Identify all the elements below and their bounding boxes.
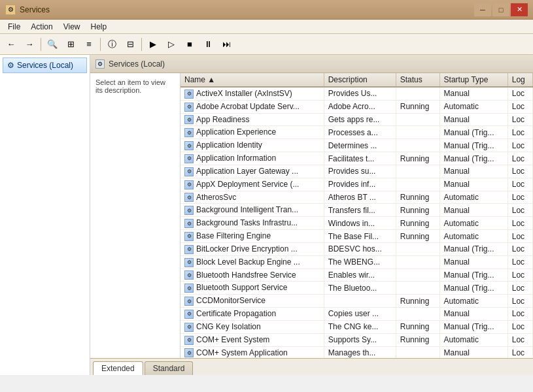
service-name-cell: ⚙Background Tasks Infrastru... bbox=[181, 217, 324, 230]
col-status[interactable]: Status bbox=[396, 73, 439, 87]
service-name-text: COM+ Event System bbox=[196, 335, 269, 344]
service-icon: ⚙ bbox=[184, 297, 194, 306]
table-row[interactable]: ⚙Certificate PropagationCopies user ...M… bbox=[181, 308, 533, 321]
service-description-cell: Adobe Acro... bbox=[324, 100, 396, 113]
service-logon-cell: Loc bbox=[507, 242, 532, 255]
table-row[interactable]: ⚙AtherosSvcAtheros BT ...RunningAutomati… bbox=[181, 191, 533, 204]
col-startup[interactable]: Startup Type bbox=[439, 73, 507, 87]
service-description-cell: BDESVC hos... bbox=[324, 242, 396, 255]
table-row[interactable]: ⚙Application ExperienceProcesses a...Man… bbox=[181, 126, 533, 139]
service-status-cell bbox=[396, 165, 439, 178]
service-status-cell: Running bbox=[396, 100, 439, 113]
services-table: Name ▲ Description Status Startup Type L… bbox=[181, 73, 533, 358]
back-button[interactable]: ← bbox=[3, 37, 20, 52]
close-button[interactable]: ✕ bbox=[511, 3, 528, 16]
service-icon: ⚙ bbox=[184, 103, 194, 112]
service-name-text: AppX Deployment Service (... bbox=[196, 180, 299, 189]
description-text: Select an item to view its description. bbox=[95, 78, 165, 94]
service-icon: ⚙ bbox=[184, 193, 194, 202]
service-startup-cell: Manual (Trig... bbox=[439, 269, 507, 282]
service-name-text: Bluetooth Handsfree Service bbox=[196, 270, 296, 280]
start-service-button[interactable]: ▶ bbox=[145, 37, 162, 52]
service-logon-cell: Loc bbox=[507, 308, 532, 321]
sidebar-item-services-local[interactable]: ⚙ Services (Local) bbox=[3, 57, 87, 73]
forward-button[interactable]: → bbox=[21, 37, 38, 52]
service-name-text: Application Information bbox=[196, 154, 276, 163]
service-description-cell: Provides inf... bbox=[324, 178, 396, 191]
service-description-cell: Enables wir... bbox=[324, 269, 396, 282]
service-name-text: App Readiness bbox=[196, 115, 249, 124]
grid-button[interactable]: ⊞ bbox=[62, 37, 79, 52]
resume-button[interactable]: ⏭ bbox=[218, 37, 235, 52]
table-row[interactable]: ⚙Block Level Backup Engine ...The WBENG.… bbox=[181, 255, 533, 269]
service-logon-cell: Loc bbox=[507, 320, 532, 333]
service-icon: ⚙ bbox=[184, 258, 194, 267]
service-status-cell bbox=[396, 87, 439, 100]
service-description-cell bbox=[324, 295, 396, 308]
maximize-button[interactable]: □ bbox=[492, 3, 509, 16]
service-logon-cell: Loc bbox=[507, 178, 532, 191]
pause-button[interactable]: ⏸ bbox=[199, 37, 216, 52]
service-icon: ⚙ bbox=[184, 167, 194, 176]
menu-help[interactable]: Help bbox=[86, 21, 112, 33]
tab-extended[interactable]: Extended bbox=[93, 361, 143, 375]
col-description[interactable]: Description bbox=[324, 73, 396, 87]
menu-bar: File Action View Help bbox=[0, 20, 533, 34]
panel-body: Select an item to view its description. … bbox=[90, 73, 533, 358]
info-button[interactable]: ⓘ bbox=[103, 37, 120, 52]
menu-action[interactable]: Action bbox=[26, 21, 58, 33]
service-description-cell: Manages th... bbox=[324, 346, 396, 358]
service-startup-cell: Manual bbox=[439, 87, 507, 100]
table-row[interactable]: ⚙Application Layer Gateway ...Provides s… bbox=[181, 165, 533, 178]
table-row[interactable]: ⚙Background Tasks Infrastru...Windows in… bbox=[181, 217, 533, 230]
search-button[interactable]: 🔍 bbox=[44, 37, 61, 52]
table-row[interactable]: ⚙CNG Key IsolationThe CNG ke...RunningMa… bbox=[181, 320, 533, 333]
service-startup-cell: Manual bbox=[439, 204, 507, 217]
service-startup-cell: Automatic bbox=[439, 100, 507, 113]
services-local-icon: ⚙ bbox=[7, 61, 14, 70]
service-icon: ⚙ bbox=[184, 336, 194, 345]
table-row[interactable]: ⚙ActiveX Installer (AxInstSV)Provides Us… bbox=[181, 87, 533, 100]
services-table-container[interactable]: Name ▲ Description Status Startup Type L… bbox=[181, 73, 533, 358]
tab-standard[interactable]: Standard bbox=[145, 361, 194, 375]
table-row[interactable]: ⚙AppX Deployment Service (...Provides in… bbox=[181, 178, 533, 191]
service-name-cell: ⚙AtherosSvc bbox=[181, 191, 324, 204]
service-logon-cell: Loc bbox=[507, 152, 532, 165]
table-row[interactable]: ⚙Bluetooth Handsfree ServiceEnables wir.… bbox=[181, 269, 533, 282]
table-row[interactable]: ⚙Bluetooth Support ServiceThe Bluetoo...… bbox=[181, 282, 533, 295]
list-button[interactable]: ≡ bbox=[80, 37, 97, 52]
table-row[interactable]: ⚙BitLocker Drive Encryption ...BDESVC ho… bbox=[181, 242, 533, 255]
service-name-cell: ⚙Application Layer Gateway ... bbox=[181, 165, 324, 178]
service-startup-cell: Manual bbox=[439, 346, 507, 358]
service-description-cell: Supports Sy... bbox=[324, 333, 396, 346]
table-row[interactable]: ⚙Application InformationFacilitates t...… bbox=[181, 152, 533, 165]
service-startup-cell: Manual bbox=[439, 308, 507, 321]
table-row[interactable]: ⚙App ReadinessGets apps re...ManualLoc bbox=[181, 113, 533, 126]
service-name-cell: ⚙AppX Deployment Service (... bbox=[181, 178, 324, 191]
service-status-cell: Running bbox=[396, 295, 439, 308]
menu-view[interactable]: View bbox=[58, 21, 86, 33]
properties-button[interactable]: ⊟ bbox=[122, 37, 139, 52]
stop-service-button[interactable]: ■ bbox=[181, 37, 198, 52]
service-startup-cell: Manual bbox=[439, 255, 507, 269]
col-logon[interactable]: Log bbox=[507, 73, 532, 87]
col-name[interactable]: Name ▲ bbox=[181, 73, 324, 87]
service-logon-cell: Loc bbox=[507, 269, 532, 282]
service-name-cell: ⚙Bluetooth Handsfree Service bbox=[181, 269, 324, 282]
table-row[interactable]: ⚙Application IdentityDetermines ...Manua… bbox=[181, 139, 533, 152]
bottom-tabs: Extended Standard bbox=[90, 358, 533, 375]
service-status-cell bbox=[396, 282, 439, 295]
menu-file[interactable]: File bbox=[3, 21, 26, 33]
minimize-button[interactable]: ─ bbox=[474, 3, 491, 16]
table-row[interactable]: ⚙Background Intelligent Tran...Transfers… bbox=[181, 204, 533, 217]
service-icon: ⚙ bbox=[184, 180, 194, 189]
service-icon: ⚙ bbox=[184, 90, 194, 99]
table-row[interactable]: ⚙COM+ System ApplicationManages th...Man… bbox=[181, 346, 533, 358]
table-row[interactable]: ⚙CCDMonitorServiceRunningAutomaticLoc bbox=[181, 295, 533, 308]
service-icon: ⚙ bbox=[184, 232, 194, 241]
table-row[interactable]: ⚙Base Filtering EngineThe Base Fil...Run… bbox=[181, 230, 533, 243]
pause-start-button[interactable]: ▷ bbox=[163, 37, 180, 52]
table-row[interactable]: ⚙COM+ Event SystemSupports Sy...RunningA… bbox=[181, 333, 533, 346]
table-row[interactable]: ⚙Adobe Acrobat Update Serv...Adobe Acro.… bbox=[181, 100, 533, 113]
service-name-cell: ⚙Bluetooth Support Service bbox=[181, 282, 324, 295]
